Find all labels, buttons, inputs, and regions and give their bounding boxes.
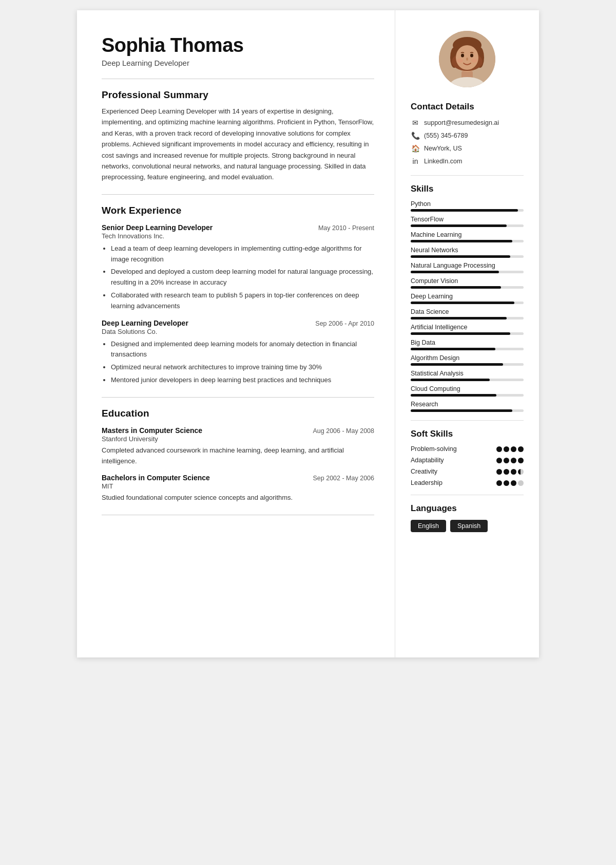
soft-skills-section: Soft Skills Problem-solving Adaptability…	[411, 429, 524, 486]
dots	[496, 458, 524, 463]
dot-filled	[511, 469, 516, 475]
job-date-2: Sep 2006 - Apr 2010	[315, 320, 374, 327]
languages-section: Languages EnglishSpanish	[411, 503, 524, 532]
skill-bar-fill	[411, 348, 495, 350]
skill-name: Algorithm Design	[411, 354, 524, 362]
skill-bar-bg	[411, 363, 524, 366]
skill-name: Artificial Intelligence	[411, 324, 524, 331]
person-name: Sophia Thomas	[102, 35, 374, 57]
work-divider	[102, 194, 374, 195]
summary-text: Experienced Deep Learning Developer with…	[102, 106, 374, 183]
skill-item: Research	[411, 401, 524, 412]
dot-filled	[496, 469, 502, 475]
languages-list: EnglishSpanish	[411, 520, 524, 532]
skill-bar-bg	[411, 302, 524, 304]
skill-bar-fill	[411, 332, 510, 335]
dot-empty	[518, 480, 524, 486]
contact-linkedin-item: in LinkedIn.com	[411, 157, 524, 166]
job-bullet: Designed and implemented deep learning m…	[111, 339, 374, 361]
skill-name: Statistical Analysis	[411, 370, 524, 377]
skill-item: Natural Language Processing	[411, 262, 524, 273]
skill-name: Natural Language Processing	[411, 262, 524, 269]
linkedin-icon: in	[411, 157, 420, 166]
avatar-svg	[439, 31, 495, 87]
dot-filled	[496, 480, 502, 486]
summary-section: Professional Summary Experienced Deep Le…	[102, 89, 374, 183]
dot-filled	[496, 446, 502, 452]
dot-filled	[518, 458, 524, 463]
skill-bar-bg	[411, 409, 524, 412]
dot-filled	[496, 458, 502, 463]
phone-icon: 📞	[411, 131, 420, 140]
job-header-1: Senior Deep Learning Developer May 2010 …	[102, 223, 374, 232]
languages-title: Languages	[411, 503, 524, 514]
skill-item: Cloud Computing	[411, 385, 524, 397]
dot-filled	[504, 458, 509, 463]
soft-skills-list: Problem-solving Adaptability Creativity …	[411, 445, 524, 486]
soft-skill-name: Adaptability	[411, 457, 444, 464]
job-bullet: Collaborated with research team to publi…	[111, 290, 374, 312]
soft-skill-row: Adaptability	[411, 457, 524, 464]
job-title-2: Deep Learning Developer	[102, 319, 188, 327]
skill-bar-fill	[411, 255, 510, 258]
soft-skill-row: Creativity	[411, 468, 524, 475]
soft-skill-row: Leadership	[411, 479, 524, 486]
skill-name: Python	[411, 200, 524, 208]
dots	[496, 480, 524, 486]
skill-item: TensorFlow	[411, 216, 524, 227]
edu-degree-1: Masters in Computer Science	[102, 426, 202, 435]
dot-filled	[511, 480, 516, 486]
svg-point-10	[470, 54, 473, 58]
skill-bar-fill	[411, 409, 512, 412]
email-icon: ✉	[411, 118, 420, 127]
dot-half	[518, 469, 524, 475]
skill-item: Algorithm Design	[411, 354, 524, 366]
edu-section-title: Education	[102, 408, 374, 419]
avatar	[439, 31, 495, 87]
edu-item: Bachelors in Computer Science Sep 2002 -…	[102, 474, 374, 503]
skill-bar-bg	[411, 255, 524, 258]
skill-bar-bg	[411, 348, 524, 350]
skill-bar-bg	[411, 332, 524, 335]
skill-bar-bg	[411, 224, 524, 227]
edu-item: Masters in Computer Science Aug 2006 - M…	[102, 426, 374, 467]
skill-bar-bg	[411, 271, 524, 273]
skill-bar-bg	[411, 240, 524, 242]
skill-name: Deep Learning	[411, 293, 524, 300]
dots	[496, 469, 524, 475]
contact-title: Contact Details	[411, 102, 524, 112]
edu-school-1: Stanford University	[102, 435, 374, 443]
edu-desc-1: Completed advanced coursework in machine…	[102, 445, 374, 467]
skill-bar-bg	[411, 286, 524, 289]
header-section: Sophia Thomas Deep Learning Developer	[102, 35, 374, 67]
contact-email-item: ✉ support@resumedesign.ai	[411, 118, 524, 127]
contact-location: NewYork, US	[424, 145, 462, 152]
svg-point-11	[466, 58, 468, 61]
dot-filled	[504, 469, 509, 475]
skill-item: Data Science	[411, 308, 524, 319]
dot-filled	[504, 480, 509, 486]
bottom-divider	[102, 515, 374, 515]
soft-skills-divider	[411, 420, 524, 421]
edu-school-2: MIT	[102, 482, 374, 490]
skill-name: Neural Networks	[411, 247, 524, 254]
skill-bar-fill	[411, 271, 499, 273]
edu-degree-2: Bachelors in Computer Science	[102, 474, 210, 482]
skill-name: Cloud Computing	[411, 385, 524, 392]
work-section-title: Work Experience	[102, 205, 374, 216]
skill-item: Machine Learning	[411, 231, 524, 242]
edu-date-2: Sep 2002 - May 2006	[313, 475, 374, 482]
left-column: Sophia Thomas Deep Learning Developer Pr…	[77, 10, 395, 657]
person-title: Deep Learning Developer	[102, 59, 374, 67]
skill-name: Computer Vision	[411, 277, 524, 285]
right-column: Contact Details ✉ support@resumedesign.a…	[395, 10, 539, 657]
soft-skills-title: Soft Skills	[411, 429, 524, 439]
skill-bar-bg	[411, 317, 524, 319]
skills-list: Python TensorFlow Machine Learning Neura…	[411, 200, 524, 412]
skills-title: Skills	[411, 184, 524, 194]
skills-divider	[411, 175, 524, 176]
skill-name: Data Science	[411, 308, 524, 315]
edu-date-1: Aug 2006 - May 2008	[313, 427, 374, 435]
location-icon: 🏠	[411, 144, 420, 153]
edu-desc-2: Studied foundational computer science co…	[102, 493, 374, 503]
